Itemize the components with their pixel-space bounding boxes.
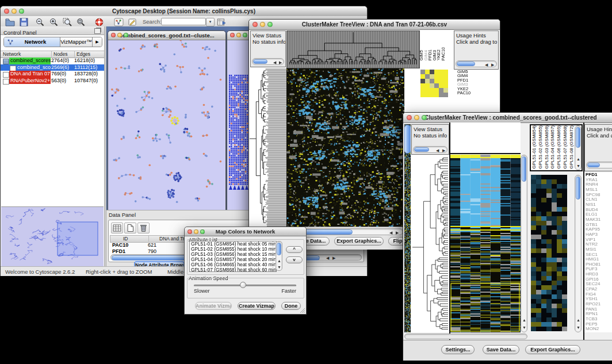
matrix-cell[interactable] (420, 88, 425, 93)
matrix-cell[interactable] (439, 74, 443, 79)
tab-network[interactable]: Network (4, 37, 60, 47)
attribute-listbox[interactable]: GPL51-01 (GSM854) heat shock 05 minGPL51… (189, 241, 277, 272)
matrix-cell[interactable] (425, 88, 430, 93)
tv2-minimap-strip[interactable] (404, 124, 411, 332)
tv2-heat-vscrollbar[interactable]: ▲ ▼ (521, 155, 527, 332)
matrix-cell[interactable] (425, 79, 430, 83)
zoom-fit-icon[interactable] (76, 18, 86, 26)
close-icon[interactable] (4, 9, 9, 14)
tv2-hints-hscrollbar[interactable] (586, 162, 612, 168)
attribute-list-item[interactable]: GPL51-07 (GSM868) heat shock 60 min (190, 267, 276, 272)
matrix-cell[interactable] (443, 79, 448, 83)
gene-label[interactable]: MON2 (584, 327, 612, 332)
scroll-up-icon[interactable]: ▲ (576, 318, 580, 322)
matrix-cell[interactable] (439, 83, 443, 88)
minimize-icon[interactable] (414, 115, 419, 120)
tv2-heatmap[interactable] (450, 155, 521, 332)
tv2-row-dendrogram[interactable] (411, 155, 449, 332)
main-titlebar[interactable]: Cytoscape Desktop (Session Name: collins… (1, 6, 367, 17)
matrix-cell[interactable] (420, 70, 425, 74)
minimize-icon[interactable] (12, 9, 17, 14)
tv2-zoom-vscrollbar[interactable]: ▲ ▼ (575, 175, 582, 332)
scroll-down-icon[interactable]: ▼ (576, 164, 580, 168)
matrix-cell[interactable] (434, 88, 439, 93)
zoom-icon[interactable] (267, 22, 273, 27)
matrix-cell[interactable] (430, 74, 434, 79)
tv1-heatmap[interactable] (286, 68, 404, 227)
zoom-icon[interactable] (243, 33, 247, 37)
scroll-thumb[interactable] (522, 156, 526, 182)
resize-grip-icon[interactable] (300, 308, 305, 313)
matrix-cell[interactable] (420, 79, 425, 83)
matrix-cell[interactable] (439, 79, 443, 83)
scroll-left-icon[interactable]: ◀ (389, 231, 392, 235)
tv2-collabel-vscrollbar[interactable]: ▲ ▼ (575, 125, 582, 170)
matrix-cell[interactable] (425, 93, 430, 97)
minimize-icon[interactable] (194, 229, 198, 234)
matrix-cell[interactable] (443, 70, 448, 74)
scroll-right-icon[interactable]: ▶ (491, 63, 494, 67)
col-network[interactable]: Network (3, 51, 21, 57)
scroll-down-icon[interactable]: ▼ (576, 325, 580, 329)
close-icon[interactable] (188, 229, 192, 234)
minimize-icon[interactable] (236, 33, 241, 37)
matrix-cell[interactable] (430, 93, 434, 97)
matrix-cell[interactable] (420, 74, 425, 79)
scroll-right-icon[interactable]: ▶ (396, 231, 399, 235)
delete-attribute-button[interactable] (137, 223, 150, 233)
animate-vizmap-button[interactable]: Animate Vizmap (195, 302, 232, 310)
col-nodes[interactable]: Nodes (51, 51, 68, 57)
help-lifesaver-icon[interactable] (94, 18, 104, 26)
matrix-cell[interactable] (434, 70, 439, 74)
matrix-cell[interactable] (420, 83, 425, 88)
matrix-cell[interactable] (439, 93, 443, 97)
scroll-left-icon[interactable]: ◀ (326, 256, 329, 260)
matrix-cell[interactable] (443, 83, 448, 88)
open-file-icon[interactable] (5, 18, 15, 26)
minimize-icon[interactable] (260, 22, 265, 27)
create-vizmap-button[interactable]: Create Vizmap (238, 302, 276, 310)
matrix-cell[interactable] (443, 74, 448, 79)
close-icon[interactable] (407, 115, 412, 120)
tv1-similarity-matrix[interactable] (420, 70, 448, 97)
tv1-row-dendrogram[interactable] (249, 68, 286, 227)
matrix-cell[interactable] (443, 93, 448, 97)
id-column-header[interactable]: ID (123, 236, 128, 242)
network-list-item[interactable]: combined_scores2764(0)16218(0) (1, 58, 104, 64)
zoom-icon[interactable] (422, 115, 427, 120)
scroll-thumb[interactable] (277, 243, 281, 255)
tv2-export-graphics-button[interactable]: Export Graphics... (525, 345, 580, 354)
tv1-export-graphics-button[interactable]: Export Graphics... (334, 237, 384, 246)
tv1-column-dendrogram[interactable] (286, 30, 420, 68)
scroll-left-icon[interactable]: ◀ (436, 148, 439, 152)
tv2-minimap-scroll-thumb[interactable] (404, 125, 411, 154)
scroll-left-icon[interactable]: ◀ (273, 60, 276, 64)
tv1-status-hscrollbar[interactable]: ◀ ▶ (252, 58, 284, 65)
window-controls[interactable] (4, 9, 24, 14)
tv1-hints-hscrollbar[interactable]: ◀ ▶ (456, 60, 497, 67)
scroll-thumb[interactable] (576, 127, 580, 148)
scroll-up-icon[interactable]: ▲ (522, 318, 526, 322)
tab-vizmapper[interactable]: VizMapper™ (60, 37, 93, 47)
network-list-item[interactable]: combined_sco2569(6)13112(15) (1, 64, 104, 71)
scroll-up-icon[interactable]: ▲ (576, 157, 580, 161)
matrix-cell[interactable] (430, 88, 434, 93)
scroll-thumb[interactable] (457, 62, 475, 66)
tv2-status-hscrollbar[interactable]: ◀ ▶ (413, 146, 447, 153)
zoom-icon[interactable] (124, 33, 128, 37)
scroll-up-icon[interactable]: ▲ (277, 259, 281, 263)
network-name[interactable]: RNAPuberNov2+ (9, 78, 51, 85)
move-down-button[interactable]: v (286, 256, 303, 263)
scroll-down-icon[interactable]: ▼ (277, 265, 281, 269)
matrix-cell[interactable] (439, 70, 443, 74)
speed-slider-thumb[interactable] (240, 282, 246, 288)
network-canvas[interactable] (108, 40, 224, 210)
network-list-item[interactable]: DNA and Tran 07769(0)183728(0) (1, 71, 104, 78)
scroll-right-icon[interactable]: ▶ (279, 60, 282, 64)
col-edges[interactable]: Edges (74, 51, 90, 57)
matrix-cell[interactable] (425, 70, 430, 74)
scroll-down-icon[interactable]: ▼ (522, 325, 526, 329)
scroll-thumb[interactable] (253, 59, 267, 64)
save-icon[interactable] (19, 18, 29, 26)
matrix-cell[interactable] (434, 83, 439, 88)
